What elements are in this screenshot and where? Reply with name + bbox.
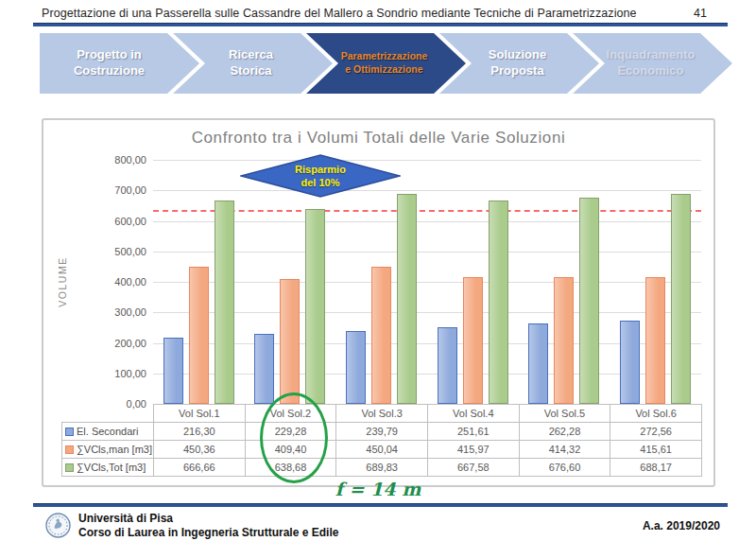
- nav-step-label: Inquadramento Economico: [582, 47, 724, 79]
- table-row: ∑VCls,Tot [m3]666,66638,68689,83667,5867…: [62, 459, 702, 477]
- academic-year: A.a. 2019/2020: [643, 519, 720, 532]
- slide-title: Progettazione di una Passerella sulle Ca…: [42, 7, 637, 20]
- bar-group-vol-sol-5: [519, 160, 610, 404]
- legend-cell: ∑VCls,Tot [m3]: [62, 459, 154, 477]
- nav-step-label: Progetto in Costruzione: [66, 47, 173, 79]
- highlight-ellipse: [260, 393, 328, 483]
- y-tick-label: 700,00: [114, 184, 146, 196]
- bar-series1-cat6: [620, 321, 640, 404]
- table-cell: 450,04: [336, 441, 428, 459]
- bar-series2-cat5: [554, 277, 574, 404]
- table-cell: 450,36: [154, 441, 246, 459]
- y-tick-label: 100,00: [114, 368, 146, 379]
- nav-step-label: Soluzione Proposta: [464, 47, 575, 79]
- table-cell: 688,17: [610, 459, 702, 477]
- section-nav: Progetto in Costruzione Ricerca Storica …: [0, 33, 756, 94]
- y-tick-label: 200,00: [114, 338, 146, 349]
- bar-series3-cat5: [579, 198, 599, 404]
- savings-callout-text: Risparmio del 10%: [240, 154, 401, 198]
- table-cell: 272,56: [610, 423, 702, 441]
- bar-series3-cat2: [305, 209, 325, 404]
- bar-series2-cat1: [189, 267, 209, 404]
- table-cell: 239,79: [336, 423, 428, 441]
- chart-data-table: Vol Sol.1Vol Sol.2Vol Sol.3Vol Sol.4Vol …: [61, 404, 702, 477]
- legend-cell: El. Secondari: [62, 423, 154, 441]
- bar-series1-cat5: [528, 323, 548, 404]
- category-header: Vol Sol.3: [336, 405, 428, 423]
- course-name: Corso di Laurea in Ingegneria Struttural…: [78, 526, 338, 539]
- chart-title: Confronto tra i Volumi Totali delle Vari…: [43, 129, 713, 148]
- table-cell: 666,66: [154, 459, 246, 477]
- y-tick-label: 600,00: [114, 216, 146, 227]
- slide-footer: Università di Pisa Corso di Laurea in In…: [0, 507, 756, 539]
- table-cell: 689,83: [336, 459, 428, 477]
- table-cell: 415,61: [610, 441, 702, 459]
- bar-series1-cat4: [438, 327, 457, 404]
- savings-callout: Risparmio del 10%: [240, 154, 401, 198]
- category-header: Vol Sol.1: [154, 405, 246, 423]
- y-axis: 0,00100,00200,00300,00400,00500,00600,00…: [43, 160, 146, 404]
- bar-series3-cat4: [489, 201, 508, 404]
- bar-series1-cat1: [163, 338, 183, 404]
- category-header: Vol Sol.5: [519, 405, 610, 423]
- category-header: Vol Sol.6: [610, 405, 702, 423]
- table-cell: 676,60: [519, 459, 610, 477]
- bar-series1-cat3: [346, 331, 366, 404]
- bar-series2-cat4: [463, 277, 483, 404]
- bar-group-vol-sol-6: [610, 160, 701, 404]
- university-name: Università di Pisa: [78, 512, 338, 525]
- bar-series2-cat3: [371, 267, 391, 404]
- legend-swatch-icon: [65, 428, 74, 436]
- nav-step-progetto: Progetto in Costruzione: [40, 33, 199, 94]
- formula-text: f = 14 m: [0, 478, 756, 500]
- table-cell: 667,58: [427, 459, 519, 477]
- table-row: El. Secondari216,30229,28239,79251,61262…: [62, 423, 702, 441]
- table-header-row: Vol Sol.1Vol Sol.2Vol Sol.3Vol Sol.4Vol …: [62, 405, 702, 423]
- category-header: Vol Sol.4: [427, 405, 519, 423]
- legend-cell: ∑VCls,man [m3]: [62, 441, 154, 459]
- table-cell: 415,97: [427, 441, 519, 459]
- table-cell: 251,61: [427, 423, 519, 441]
- page-number: 41: [694, 7, 707, 20]
- plot-area: [153, 160, 701, 404]
- table-corner-cell: [62, 405, 154, 423]
- legend-swatch-icon: [65, 463, 74, 472]
- table-cell: 262,28: [519, 423, 610, 441]
- chart-panel: Confronto tra i Volumi Totali delle Vari…: [42, 118, 715, 487]
- y-tick-label: 800,00: [114, 154, 146, 166]
- table-row: ∑VCls,man [m3]450,36409,40450,04415,9741…: [62, 441, 702, 459]
- bar-series3-cat1: [215, 201, 234, 404]
- unipi-logo: [45, 513, 71, 538]
- y-tick-label: 400,00: [114, 276, 146, 288]
- legend-swatch-icon: [65, 445, 74, 454]
- bar-series3-cat3: [397, 194, 417, 404]
- table-cell: 216,30: [154, 423, 246, 441]
- slide-header: Progettazione di una Passerella sulle Ca…: [0, 0, 756, 22]
- bar-group-vol-sol-1: [153, 160, 245, 404]
- y-tick-label: 500,00: [114, 246, 146, 257]
- header-divider: [33, 23, 728, 26]
- table-cell: 414,32: [519, 441, 610, 459]
- nav-step-label: Ricerca Storica: [204, 47, 301, 79]
- slide: Progettazione di una Passerella sulle Ca…: [0, 0, 756, 541]
- y-tick-label: 300,00: [114, 306, 146, 318]
- bar-series1-cat2: [254, 334, 274, 404]
- bar-series3-cat6: [671, 194, 691, 404]
- bar-series2-cat2: [280, 279, 300, 404]
- bar-group-vol-sol-4: [427, 160, 519, 404]
- bar-series2-cat6: [645, 277, 665, 404]
- nav-step-label: Parametrizzazione e Ottimizzazione: [317, 50, 456, 76]
